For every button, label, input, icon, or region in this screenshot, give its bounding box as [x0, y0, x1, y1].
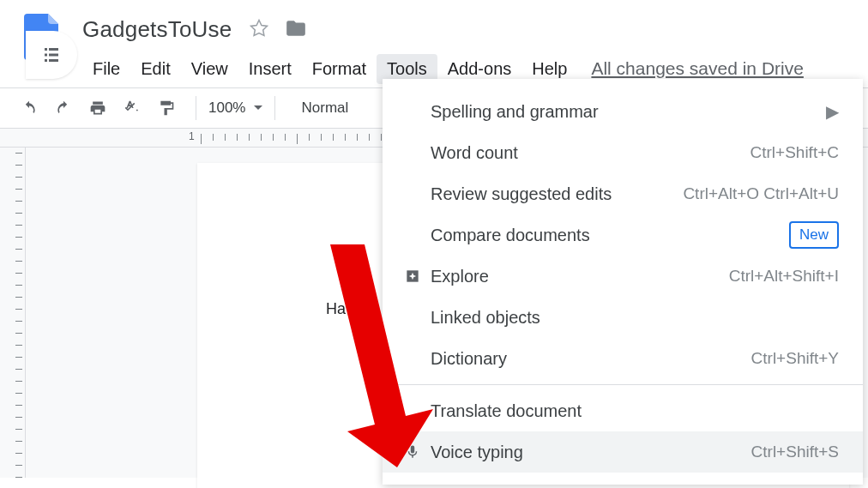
menu-shortcut: Ctrl+Alt+O Ctrl+Alt+U — [683, 184, 839, 203]
chevron-right-icon: ▶ — [826, 101, 839, 122]
paint-format-icon[interactable] — [154, 96, 178, 120]
undo-icon[interactable] — [17, 96, 41, 120]
new-badge: New — [789, 221, 839, 249]
menu-shortcut: Ctrl+Alt+Shift+I — [729, 267, 839, 286]
menu-edit[interactable]: Edit — [130, 54, 180, 84]
document-title[interactable]: GadgetsToUse — [82, 16, 232, 43]
zoom-selector[interactable]: 100% — [208, 99, 262, 117]
menu-item-label: Review suggested edits — [431, 184, 683, 204]
menu-item-voice-typing[interactable]: Voice typingCtrl+Shift+S — [383, 431, 863, 473]
menu-shortcut: Ctrl+Shift+Y — [751, 349, 839, 368]
menu-item-linked-objects[interactable]: Linked objects — [383, 297, 863, 338]
print-icon[interactable] — [86, 96, 110, 120]
star-icon[interactable] — [249, 18, 269, 41]
svg-rect-7 — [45, 59, 47, 62]
menu-item-label: Spelling and grammar — [431, 102, 826, 122]
menu-item-label: Translate document — [431, 401, 839, 421]
vertical-ruler[interactable] — [0, 148, 26, 478]
menu-item-label: Explore — [431, 267, 729, 286]
menu-shortcut: Ctrl+Shift+C — [750, 143, 839, 162]
menu-shortcut: Ctrl+Shift+S — [751, 443, 839, 461]
menu-item-review-suggested-edits[interactable]: Review suggested editsCtrl+Alt+O Ctrl+Al… — [383, 173, 863, 214]
svg-rect-6 — [49, 54, 58, 57]
menu-item-label: Compare documents — [431, 226, 789, 245]
menu-file[interactable]: File — [82, 54, 130, 84]
menu-insert[interactable]: Insert — [238, 54, 302, 84]
svg-rect-5 — [45, 54, 47, 57]
chevron-down-icon — [254, 104, 262, 112]
menu-item-word-count[interactable]: Word countCtrl+Shift+C — [383, 132, 863, 173]
outline-toggle[interactable] — [26, 31, 77, 79]
menu-separator — [383, 384, 863, 385]
redo-icon[interactable] — [51, 96, 75, 120]
menu-item-translate-document[interactable]: Translate document — [383, 390, 863, 431]
tools-menu-dropdown: Spelling and grammar▶Word countCtrl+Shif… — [383, 79, 863, 485]
folder-icon[interactable] — [285, 17, 307, 42]
explore-icon — [398, 268, 427, 285]
svg-rect-8 — [49, 59, 58, 62]
menu-format[interactable]: Format — [302, 54, 377, 84]
menu-view[interactable]: View — [181, 54, 238, 84]
page-content: Ha a .. — [326, 300, 371, 317]
save-status[interactable]: All changes saved in Drive — [591, 58, 803, 79]
menu-item-label: Linked objects — [431, 308, 839, 328]
svg-rect-3 — [45, 48, 47, 51]
menu-item-label: Dictionary — [431, 349, 751, 369]
menu-item-explore[interactable]: ExploreCtrl+Alt+Shift+I — [383, 256, 863, 297]
menu-item-spelling-and-grammar[interactable]: Spelling and grammar▶ — [383, 91, 863, 132]
svg-rect-4 — [49, 48, 58, 51]
menu-item-compare-documents[interactable]: Compare documentsNew — [383, 214, 863, 256]
outline-icon — [41, 45, 62, 65]
spellcheck-icon[interactable] — [120, 96, 144, 120]
menu-item-label: Voice typing — [431, 443, 751, 462]
menu-item-dictionary[interactable]: DictionaryCtrl+Shift+Y — [383, 338, 863, 379]
paragraph-style[interactable]: Normal — [301, 99, 348, 117]
mic-icon — [398, 444, 427, 460]
menu-item-label: Word count — [431, 143, 750, 163]
ruler-number: 1 — [189, 130, 195, 142]
zoom-value: 100% — [208, 99, 245, 117]
